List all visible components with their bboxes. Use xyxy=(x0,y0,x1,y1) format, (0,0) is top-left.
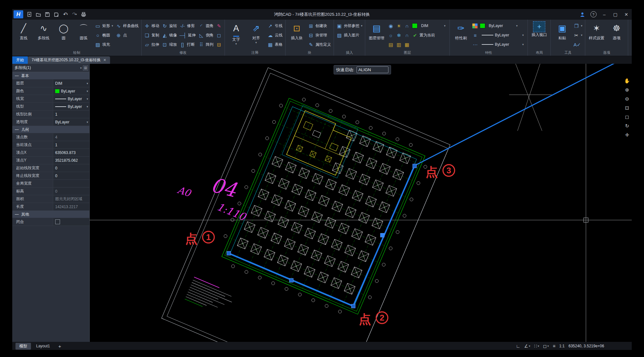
tab-document[interactable]: 7#楼基坑开挖图2025.10.22_t3-坐标转换 ✕ xyxy=(28,56,110,64)
chevron-down-icon[interactable]: ▾ xyxy=(86,90,88,93)
angle-snap-icon[interactable]: ∠▾ xyxy=(524,343,530,349)
tab-start[interactable]: 开始 xyxy=(12,56,28,64)
qa-undo-button[interactable]: ↶▾ xyxy=(61,11,70,18)
property-value[interactable]: ByLayer▾ xyxy=(53,87,89,95)
orbit-button[interactable]: ↻ xyxy=(623,122,631,130)
ribbon-modify-stretch-button[interactable]: ▱拉伸 xyxy=(144,40,159,49)
ribbon-layer-layer-prev-button[interactable]: ▦ xyxy=(404,40,410,49)
qa-save-as-button[interactable] xyxy=(52,11,61,18)
zoom-window-button[interactable]: ⊡ xyxy=(623,104,631,112)
zoom-extents-button[interactable]: ◻ xyxy=(623,113,631,121)
color-swatch[interactable] xyxy=(412,23,418,28)
ribbon-layer-layer-manager-button[interactable]: ▤图层管理 xyxy=(368,21,385,41)
properties-select[interactable]: ByLayer▾ xyxy=(480,32,525,38)
ribbon-options-style-settings-button[interactable]: ✶样式设置 xyxy=(588,21,605,41)
ribbon-annotate-cloud-button[interactable]: ☁云线 xyxy=(267,31,283,40)
ribbon-draw-arc-button[interactable]: ⌒圆弧 xyxy=(75,21,92,41)
ribbon-modify-break-button[interactable]: []打断 xyxy=(180,40,196,49)
zoom-out-button[interactable]: ⊖ xyxy=(623,95,631,103)
ribbon-tools-cut-clip-button[interactable]: ✂▾ xyxy=(573,31,582,40)
ribbon-tools-spell-button[interactable]: A✓ xyxy=(573,40,582,49)
properties-header[interactable]: 多段线(1) ▾ ⊞ xyxy=(12,64,89,72)
ribbon-annotate-leader-button[interactable]: ↗引线 xyxy=(267,21,283,30)
property-value[interactable]: DIM▾ xyxy=(53,80,89,87)
cad-drawing[interactable]: 04A01:110点1点2点3 xyxy=(90,64,632,342)
ribbon-modify-chamfer-button[interactable]: ◺倒角 xyxy=(198,31,214,40)
ribbon-modify-fillet-button[interactable]: ◜圆角 xyxy=(198,21,214,30)
ribbon-modify-select-rect-button[interactable]: ◻ xyxy=(216,31,222,40)
property-value[interactable]: 图元无封闭区域 xyxy=(53,195,89,203)
ribbon-draw-polyline-button[interactable]: ∿多段线 xyxy=(35,21,52,41)
grip-handle[interactable] xyxy=(380,233,384,237)
ribbon-modify-pen-button[interactable]: ✎ xyxy=(216,21,222,30)
help-button[interactable]: ? xyxy=(588,9,599,20)
property-value[interactable]: 1 xyxy=(53,111,89,118)
ribbon-annotate-text-button[interactable]: A文字▾ xyxy=(227,21,245,45)
ribbon-draw-circle-button[interactable]: ◯圆 xyxy=(55,21,72,41)
property-value[interactable]: 1 xyxy=(53,141,89,149)
ribbon-draw-line-button[interactable]: ╱直线 xyxy=(15,21,32,41)
grip-handle[interactable] xyxy=(227,251,231,255)
ribbon-tools-paste-button[interactable]: ▣粘贴 xyxy=(553,21,571,41)
ribbon-layer-layer-iso-button[interactable]: ▤ xyxy=(388,40,394,49)
ribbon-properties-match-props-button[interactable]: ✑特性刷 xyxy=(452,21,470,41)
ribbon-draw-rect-button[interactable]: ▭矩形▾ xyxy=(95,21,113,30)
property-value[interactable]: ByLayer▾ xyxy=(53,118,89,126)
color-swatch-grid-icon[interactable] xyxy=(472,24,478,28)
grip-handle[interactable] xyxy=(413,164,417,168)
ribbon-layer-layer-unfreeze-button[interactable]: ▥ xyxy=(396,40,402,49)
tab-model[interactable]: 模型 xyxy=(15,343,31,350)
ribbon-modify-mirror-button[interactable]: ◭镜像 xyxy=(162,31,177,40)
ribbon-draw-spline-button[interactable]: ∿样条曲线 xyxy=(116,21,139,30)
property-value[interactable]: 0 xyxy=(53,188,89,195)
ribbon-modify-extend-button[interactable]: ─┤延伸 xyxy=(180,31,196,40)
ribbon-modify-folder-button[interactable]: ⊟ xyxy=(216,40,222,49)
ribbon-insert-xref-button[interactable]: ▣外部参照▾ xyxy=(337,21,363,30)
close-tab-icon[interactable]: ✕ xyxy=(103,58,106,62)
lineweight-icon[interactable]: ≡ xyxy=(553,343,555,349)
app-logo-icon[interactable]: H xyxy=(14,10,23,18)
ribbon-modify-trim-button[interactable]: -/-修剪 xyxy=(180,21,196,30)
ribbon-draw-hatch-button[interactable]: ▨填充 xyxy=(95,40,113,49)
ribbon-layer-sun-button[interactable]: ☀ xyxy=(396,21,402,30)
layer-select[interactable]: DIM▾ xyxy=(420,23,447,29)
closed-checkbox[interactable] xyxy=(55,219,60,224)
ribbon-annotate-table-button[interactable]: ▦表格 xyxy=(267,40,283,49)
qa-redo-button[interactable]: ↷▾ xyxy=(70,11,79,18)
user-account-icon[interactable] xyxy=(577,9,588,20)
grid-snap-icon[interactable]: ∷▾ xyxy=(534,343,539,349)
object-snap-icon[interactable]: ◻▾ xyxy=(543,343,549,349)
ribbon-modify-scale-button[interactable]: ⊡缩放 xyxy=(162,40,177,49)
property-value[interactable] xyxy=(53,180,89,187)
ribbon-draw-ellipse-button[interactable]: ○椭圆 xyxy=(95,31,113,40)
properties-select[interactable]: ByLayer▾ xyxy=(488,23,519,29)
chevron-down-icon[interactable]: ▾ xyxy=(86,105,88,108)
maximize-button[interactable]: ▢ xyxy=(610,9,621,20)
property-value[interactable]: 0 xyxy=(53,172,89,179)
ribbon-tools-copy-clip-button[interactable]: ❐▾ xyxy=(573,21,582,30)
qa-new-button[interactable] xyxy=(25,11,34,18)
ribbon-properties-lines-button[interactable]: ≡ xyxy=(472,31,478,40)
add-layout-icon[interactable]: + xyxy=(58,343,61,349)
chevron-down-icon[interactable]: ▾ xyxy=(86,82,88,85)
ribbon-layout-viewport-button[interactable]: +插入视口 xyxy=(530,21,548,38)
ribbon-block-block-manager-button[interactable]: ⊟块管理 xyxy=(308,31,331,40)
property-value[interactable]: 3521875.062 xyxy=(53,157,89,164)
chevron-down-icon[interactable]: ▾ xyxy=(86,121,88,124)
chevron-down-icon[interactable]: ▾ xyxy=(80,66,82,70)
chevron-down-icon[interactable]: ▾ xyxy=(86,97,88,101)
ribbon-modify-array-button[interactable]: ⠿阵列 xyxy=(198,40,214,49)
qa-save-button[interactable] xyxy=(43,11,52,18)
property-value[interactable]: 142413.2217 xyxy=(53,203,89,210)
ribbon-modify-rotate-button[interactable]: ↻旋转 xyxy=(162,21,177,30)
close-button[interactable]: ✕ xyxy=(621,9,632,20)
ribbon-layer-layer-lock-button[interactable]: ∩ xyxy=(404,31,410,40)
ribbon-layer-layer-off-button[interactable]: ☼ xyxy=(388,31,394,40)
property-value[interactable]: 0 xyxy=(53,164,89,172)
grip-handle[interactable] xyxy=(351,304,355,308)
zoom-in-button[interactable]: ⊕ xyxy=(623,86,631,94)
tab-layout1[interactable]: Layout1 xyxy=(32,343,54,349)
ribbon-block-create-block-button[interactable]: ⊞创建块 xyxy=(308,21,331,30)
color-swatch[interactable] xyxy=(480,23,485,28)
ribbon-layer-unlock-button[interactable]: ∩ xyxy=(404,21,410,30)
